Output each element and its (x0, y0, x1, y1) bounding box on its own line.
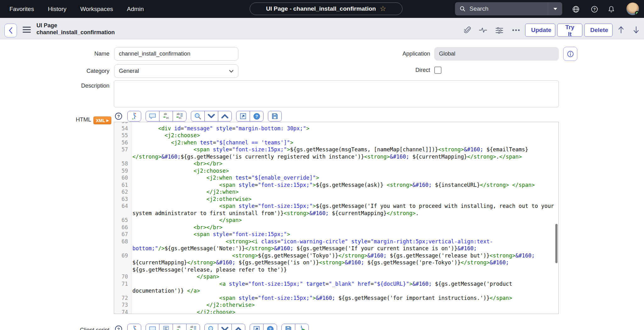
nav-item-history[interactable]: History (48, 6, 66, 13)
nav-menu: Favorites History Workspaces Admin (9, 6, 144, 13)
help-icon[interactable]: ? (589, 4, 599, 14)
code-line-57[interactable]: 57 <span style="font-size:15px;">${gs.ge… (114, 146, 558, 153)
svg-text:ab: ab (177, 113, 180, 116)
field-help-icon[interactable]: ? (114, 325, 123, 330)
toggle-comment-button[interactable] (146, 324, 159, 330)
html-code-editor[interactable]: 5354 <div id="message" style="margin-bot… (114, 122, 559, 314)
save-button[interactable] (281, 324, 295, 330)
nav-item-workspaces[interactable]: Workspaces (80, 6, 113, 13)
code-line-64[interactable]: 64 <span style="font-size:15px;">${gs.ge… (114, 203, 558, 210)
globe-icon[interactable] (571, 4, 581, 14)
client-script-label: Client script (31, 327, 109, 330)
code-line-71[interactable]: 71 <a style="font-size:15px;" target="_b… (114, 280, 558, 288)
context-menu-icon[interactable] (23, 25, 31, 34)
line-number: 59 (114, 167, 131, 175)
code-line-54[interactable]: 54 <div id="message" style="margin-botto… (114, 125, 558, 132)
check-syntax-button[interactable] (295, 324, 309, 330)
nav-item-admin[interactable]: Admin (127, 6, 144, 13)
format-lines-button[interactable] (159, 324, 173, 330)
attachment-icon[interactable] (463, 25, 472, 35)
code-line-56[interactable]: 56 <j2:when test="$[channel == 'teams']"… (114, 139, 558, 146)
record-pill[interactable]: UI Page - channel_install_confirmation ☆ (250, 3, 402, 15)
more-options-icon[interactable] (511, 25, 521, 35)
activity-icon[interactable] (478, 25, 488, 35)
replace-all-button[interactable]: abac (173, 111, 186, 122)
search-button[interactable] (191, 111, 205, 122)
update-button[interactable]: Update (525, 24, 555, 37)
line-number (114, 153, 131, 160)
field-help-icon[interactable]: ? (114, 112, 123, 121)
code-line-74[interactable]: 74 </j2:choose> (114, 309, 558, 314)
editor-scrollbar[interactable] (555, 224, 558, 263)
line-number: 72 (114, 295, 131, 302)
code-line-55[interactable]: 55 <j2:choose> (114, 132, 558, 139)
code-line-58[interactable]: 58 <br></br> (114, 160, 558, 167)
replace-button[interactable]: abac (173, 324, 186, 330)
format-code-button[interactable] (127, 111, 141, 122)
code-line-67[interactable]: 67 <span style="font-size:15px;"> (114, 231, 558, 238)
next-record-icon[interactable] (631, 25, 641, 35)
open-window-button[interactable] (236, 111, 250, 122)
description-textarea[interactable] (114, 80, 559, 107)
code-line-wrap[interactable]: ${currentMapping}</strong>&#160; ${gs.ge… (114, 259, 558, 266)
xml-badge[interactable]: XML▶ (93, 116, 111, 124)
format-code-button[interactable] (127, 324, 141, 330)
code-line-53[interactable]: 53 (114, 122, 558, 125)
find-prev-button[interactable] (218, 111, 232, 122)
favorite-star-icon[interactable]: ☆ (380, 5, 386, 12)
line-number: 53 (114, 122, 131, 125)
save-button[interactable] (268, 111, 282, 122)
editor-help-button[interactable]: ? (263, 324, 277, 330)
open-window-button[interactable] (250, 324, 264, 330)
xml-badge-label: XML (96, 118, 105, 123)
code-line-61[interactable]: 61 <span style="font-size:15px;">${gs.ge… (114, 181, 558, 189)
code-line-wrap[interactable]: documentation')} </a> (114, 287, 558, 295)
editor-help-button[interactable]: ? (250, 111, 264, 122)
avatar[interactable] (626, 3, 639, 15)
code-line-wrap[interactable]: </strong>&#160;${gs.getMessage('is curre… (114, 153, 558, 160)
direct-checkbox[interactable] (434, 67, 441, 74)
code-line-72[interactable]: 72 <span style="font-size:15px;">&#160; … (114, 295, 558, 302)
code-content[interactable]: 5354 <div id="message" style="margin-bot… (114, 122, 558, 314)
line-number: 67 (114, 231, 131, 238)
try-it-button[interactable]: Try It (557, 24, 582, 37)
description-label: Description (31, 82, 109, 89)
svg-text:ab: ab (164, 113, 167, 116)
line-number (114, 210, 131, 217)
category-select[interactable]: General (114, 64, 238, 78)
search-button[interactable] (204, 324, 218, 330)
code-line-59[interactable]: 59 <j2:choose> (114, 167, 558, 175)
find-next-button[interactable] (218, 324, 232, 330)
code-line-73[interactable]: 73 </j2:otherwise> (114, 301, 558, 309)
code-line-60[interactable]: 60 <j2:when test="$[enable_override]"> (114, 174, 558, 181)
replace-all-button[interactable]: abac (186, 324, 200, 330)
toggle-comment-button[interactable] (146, 111, 159, 122)
search-scope-caret-icon[interactable] (548, 8, 562, 10)
back-button[interactable] (4, 24, 17, 37)
code-line-62[interactable]: 62 </j2:when> (114, 188, 558, 196)
form-settings-icon[interactable] (495, 25, 504, 35)
toolbar-group (281, 324, 309, 330)
code-line-wrap[interactable]: ${gs.getMessage('release, please refer t… (114, 266, 558, 273)
search-input[interactable] (469, 5, 539, 13)
application-label: Application (352, 47, 430, 61)
code-line-66[interactable]: 66 <br></br> (114, 224, 558, 231)
code-line-69[interactable]: 69 <strong>${gs.getMessage('Tokyo')}</st… (114, 252, 558, 259)
code-line-65[interactable]: 65 </span> (114, 217, 558, 224)
code-line-68[interactable]: 68 <strong><i class="icon-warning-circle… (114, 238, 558, 245)
previous-record-icon[interactable] (616, 25, 626, 35)
global-search[interactable] (455, 2, 562, 15)
code-line-wrap[interactable]: bottom;"/>${gs.getMessage('Note:')}</str… (114, 245, 558, 252)
code-line-70[interactable]: 70 </span> (114, 273, 558, 280)
find-next-button[interactable] (204, 111, 218, 122)
find-prev-button[interactable] (231, 324, 245, 330)
code-line-63[interactable]: 63 <j2:otherwise> (114, 196, 558, 203)
code-line-wrap[interactable]: system administrator to first uninstall … (114, 210, 558, 217)
delete-button[interactable]: Delete (584, 24, 613, 37)
nav-item-favorites[interactable]: Favorites (9, 6, 34, 13)
name-input[interactable] (114, 47, 238, 61)
record-type-label: UI Page (36, 22, 115, 29)
notifications-icon[interactable] (606, 4, 616, 14)
application-info-button[interactable] (563, 47, 577, 61)
replace-button[interactable]: abac (159, 111, 173, 122)
